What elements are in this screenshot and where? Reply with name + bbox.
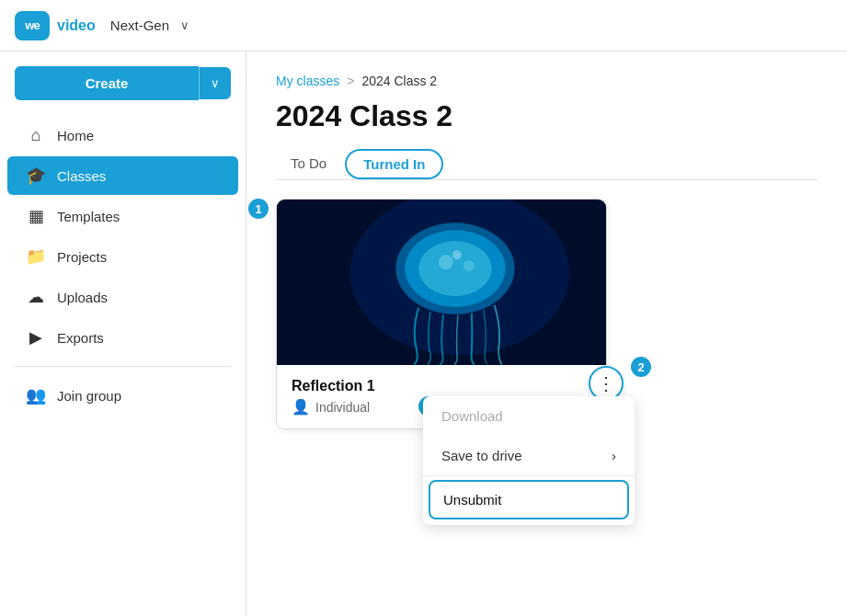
sidebar-item-templates[interactable]: ▦ Templates [7, 197, 238, 235]
home-icon: ⌂ [26, 126, 46, 145]
menu-separator [423, 475, 635, 476]
sidebar-item-projects[interactable]: 📁 Projects [7, 237, 238, 276]
breadcrumb: My classes > 2024 Class 2 [276, 74, 818, 88]
sidebar-item-classes-label: Classes [57, 168, 106, 184]
sidebar-item-uploads-label: Uploads [57, 290, 108, 305]
menu-save-to-drive[interactable]: Save to drive › [423, 436, 635, 475]
exports-icon: ▶ [26, 327, 46, 348]
sidebar-divider [15, 366, 231, 367]
breadcrumb-current: 2024 Class 2 [361, 74, 437, 88]
projects-icon: 📁 [26, 246, 46, 267]
sidebar-item-home-label: Home [57, 128, 94, 143]
logo-area: we video [15, 11, 96, 40]
card-area: 1 [276, 199, 607, 429]
classes-icon: 🎓 [26, 165, 46, 186]
logo-we-text: we [25, 18, 39, 32]
sidebar-item-templates-label: Templates [57, 209, 120, 224]
save-to-drive-chevron: › [612, 448, 616, 463]
logo-box: we [15, 11, 50, 40]
main-content: My classes > 2024 Class 2 2024 Class 2 T… [246, 51, 847, 616]
sidebar-item-classes[interactable]: 🎓 Classes [7, 156, 238, 195]
logo-video-text: video [57, 17, 96, 34]
sidebar-item-join-group[interactable]: 👥 Join group [7, 376, 238, 415]
create-row: Create ∨ [15, 66, 231, 100]
svg-point-5 [439, 255, 453, 269]
sidebar-item-join-group-label: Join group [57, 388, 121, 404]
card-subtitle-text: Individual [315, 400, 370, 415]
svg-point-6 [464, 260, 475, 271]
tab-turned-in[interactable]: Turned In [345, 149, 443, 179]
sidebar: Create ∨ ⌂ Home 🎓 Classes ▦ Templates 📁 … [0, 51, 246, 616]
uploads-icon: ☁ [26, 287, 46, 307]
app-name-chevron[interactable]: ∨ [180, 18, 189, 32]
create-button[interactable]: Create [15, 66, 199, 100]
breadcrumb-separator: > [347, 74, 354, 88]
card-thumbnail [277, 200, 606, 365]
tabs-row: To Do Turned In [276, 148, 818, 180]
breadcrumb-my-classes[interactable]: My classes [276, 74, 339, 88]
app-layout: Create ∨ ⌂ Home 🎓 Classes ▦ Templates 📁 … [0, 51, 847, 616]
create-chevron-button[interactable]: ∨ [199, 67, 231, 99]
page-title: 2024 Class 2 [276, 99, 818, 133]
jellyfish-svg [277, 200, 606, 365]
menu-unsubmit[interactable]: Unsubmit [429, 480, 629, 519]
sidebar-item-exports-label: Exports [57, 330, 104, 346]
app-name: Next-Gen [110, 17, 169, 33]
step-1-label: 1 [248, 199, 269, 219]
sidebar-item-home[interactable]: ⌂ Home [7, 117, 238, 154]
tab-todo[interactable]: To Do [276, 148, 341, 180]
top-navigation: we video Next-Gen ∨ [0, 0, 847, 51]
save-to-drive-label: Save to drive [441, 448, 522, 463]
card-title: Reflection 1 [292, 378, 591, 394]
menu-download: Download [423, 396, 635, 436]
individual-icon: 👤 [292, 398, 310, 416]
assignment-card: Reflection 1 👤 Individual [276, 199, 607, 429]
templates-icon: ▦ [26, 206, 46, 226]
step-2-label: 2 [631, 357, 651, 377]
sidebar-item-uploads[interactable]: ☁ Uploads [7, 278, 238, 316]
svg-point-4 [418, 241, 492, 296]
join-group-icon: 👥 [26, 385, 46, 405]
sidebar-item-exports[interactable]: ▶ Exports [7, 318, 238, 357]
sidebar-item-projects-label: Projects [57, 249, 107, 265]
svg-point-7 [452, 250, 462, 259]
dropdown-menu: Download Save to drive › Unsubmit [423, 396, 635, 525]
